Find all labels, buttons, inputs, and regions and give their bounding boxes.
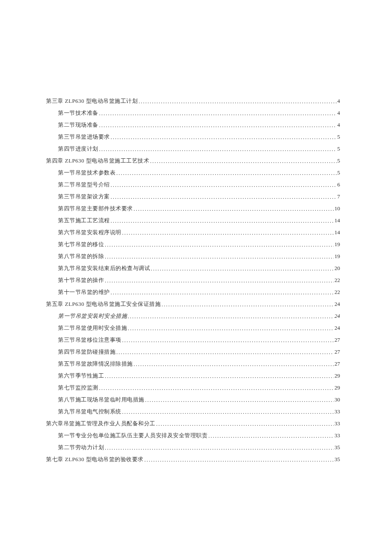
toc-entry: 第四节吊篮主要部件技术要求10 (46, 206, 340, 211)
toc-entry-page: 33 (334, 409, 340, 414)
toc-entry: 第九节吊篮安装结束后的检查与调试20 (46, 265, 340, 271)
toc-entry: 第五节吊篮故障情况排除措施27 (46, 361, 340, 366)
toc-entry-page: 19 (334, 253, 340, 259)
toc-entry: 第二节劳动力计划35 (46, 445, 340, 450)
toc-entry-page: 4 (337, 98, 340, 104)
toc-entry-title: 第一节吊篮技术参数表 (58, 170, 115, 175)
toc-entry-page: 35 (334, 456, 340, 462)
toc-entry: 第二节吊篮型号介绍6 (46, 182, 340, 187)
toc-entry-page: 10 (334, 206, 340, 211)
toc-entry-title: 第八节施工现场吊篮临时用电措施 (58, 397, 144, 402)
toc-entry-page: 14 (334, 230, 340, 235)
toc-leader-dots (122, 230, 334, 235)
toc-entry-title: 第七节吊篮的移位 (58, 241, 104, 247)
toc-entry-title: 第七章 ZLP630 型电动吊篮的验收要求 (46, 456, 144, 462)
toc-entry-title: 第十节吊篮的操作 (58, 277, 104, 283)
toc-entry: 第五章 ZLP630 型电动吊篮施工安全保证措施24 (46, 301, 340, 307)
toc-entry-title: 第四节进度计划 (58, 146, 98, 151)
toc-entry-title: 第一节技术准备 (58, 110, 98, 116)
toc-leader-dots (111, 134, 337, 140)
toc-entry-title: 第四节吊篮防碰撞措施 (58, 349, 115, 355)
toc-leader-dots (122, 337, 334, 343)
toc-entry: 第一节吊篮安装时安全措施24 (46, 313, 340, 319)
table-of-contents: 第三章 ZLP630 型电动吊篮施工计划4第一节技术准备4第二节现场准备4第三节… (46, 98, 340, 462)
toc-entry: 第三节吊篮架设方案7 (46, 194, 340, 199)
toc-leader-dots (150, 158, 336, 164)
toc-entry-title: 第八节吊篮的拆除 (58, 253, 104, 259)
toc-entry: 第三章 ZLP630 型电动吊篮施工计划4 (46, 98, 340, 104)
toc-entry: 第七章 ZLP630 型电动吊篮的验收要求35 (46, 456, 340, 462)
toc-entry-title: 第三节吊篮进场要求 (58, 134, 110, 139)
toc-entry: 第六节吊篮安装程序说明14 (46, 230, 340, 235)
toc-entry-title: 第十一节吊篮的维护 (58, 289, 110, 295)
toc-leader-dots (111, 218, 334, 224)
toc-leader-dots (145, 397, 334, 403)
toc-leader-dots (134, 361, 334, 367)
toc-leader-dots (151, 266, 334, 271)
toc-entry-title: 第五节施工工艺流程 (58, 218, 110, 223)
toc-entry-title: 第二节吊篮使用时安全措施 (58, 325, 127, 331)
toc-entry-page: 29 (334, 373, 340, 378)
toc-leader-dots (111, 290, 334, 295)
toc-entry-title: 第四章 ZLP630 型电动吊篮施工工艺技术 (46, 158, 149, 163)
toc-leader-dots (134, 206, 334, 212)
toc-leader-dots (128, 314, 334, 319)
toc-leader-dots (99, 146, 337, 152)
toc-leader-dots (99, 110, 337, 116)
toc-leader-dots (105, 373, 334, 379)
toc-entry-page: 27 (334, 361, 340, 366)
toc-entry-page: 33 (334, 433, 340, 438)
toc-leader-dots (122, 409, 334, 415)
toc-entry: 第二节吊篮使用时安全措施24 (46, 325, 340, 331)
toc-entry-title: 第二节劳动力计划 (58, 445, 104, 450)
toc-entry: 第四节进度计划5 (46, 146, 340, 151)
toc-leader-dots (161, 302, 334, 307)
toc-entry: 第四章 ZLP630 型电动吊篮施工工艺技术5 (46, 158, 340, 163)
toc-entry-title: 第一节专业分包单位施工队伍主要人员安排及安全管理职责 (58, 433, 208, 438)
toc-entry-page: 24 (334, 313, 340, 319)
toc-entry-page: 4 (337, 122, 340, 128)
toc-entry-page: 14 (334, 218, 340, 223)
toc-entry: 第四节吊篮防碰撞措施27 (46, 349, 340, 355)
toc-entry-page: 30 (334, 397, 340, 402)
toc-entry: 第十节吊篮的操作22 (46, 277, 340, 283)
toc-leader-dots (105, 445, 334, 450)
toc-entry-page: 5 (337, 134, 340, 139)
toc-entry-title: 第九节吊篮安装结束后的检查与调试 (58, 265, 150, 271)
toc-entry: 第八节施工现场吊篮临时用电措施30 (46, 397, 340, 402)
toc-entry-page: 22 (334, 289, 340, 295)
toc-entry-title: 第七节监控监测 (58, 385, 98, 390)
toc-entry-title: 第六节吊篮安装程序说明 (58, 230, 121, 235)
toc-leader-dots (99, 385, 334, 391)
toc-leader-dots (105, 278, 334, 283)
toc-entry: 第五节施工工艺流程14 (46, 218, 340, 223)
toc-entry: 第九节吊篮电气控制系统33 (46, 409, 340, 414)
toc-leader-dots (116, 170, 337, 176)
toc-entry-page: 29 (334, 385, 340, 390)
toc-entry-page: 4 (337, 110, 340, 116)
toc-leader-dots (99, 122, 337, 128)
toc-entry: 第六节季节性施工29 (46, 373, 340, 378)
toc-leader-dots (111, 194, 337, 200)
toc-entry: 第七节监控监测29 (46, 385, 340, 390)
toc-entry-page: 27 (334, 349, 340, 355)
toc-leader-dots (116, 349, 334, 355)
toc-leader-dots (156, 421, 334, 427)
toc-entry: 第二节现场准备4 (46, 122, 340, 128)
toc-entry: 第一节吊篮技术参数表5 (46, 170, 340, 175)
toc-entry: 第六章吊篮施工管理及作业人员配备和分工33 (46, 421, 340, 426)
toc-leader-dots (105, 242, 334, 247)
toc-entry-title: 第二节现场准备 (58, 122, 98, 128)
toc-entry: 第八节吊篮的拆除19 (46, 253, 340, 259)
toc-entry-page: 6 (337, 182, 340, 187)
toc-leader-dots (144, 457, 334, 462)
toc-entry-title: 第五章 ZLP630 型电动吊篮施工安全保证措施 (46, 301, 161, 307)
toc-entry-page: 22 (334, 277, 340, 283)
toc-entry: 第三节吊篮进场要求5 (46, 134, 340, 139)
toc-leader-dots (138, 99, 336, 104)
toc-entry-title: 第二节吊篮型号介绍 (58, 182, 110, 187)
toc-entry-title: 第五节吊篮故障情况排除措施 (58, 361, 133, 366)
toc-entry-page: 24 (334, 301, 340, 307)
toc-entry-title: 第六节季节性施工 (58, 373, 104, 378)
toc-entry-page: 5 (337, 146, 340, 151)
